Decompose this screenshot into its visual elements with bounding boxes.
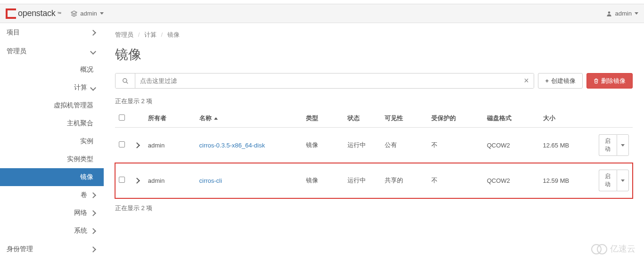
cell-format: QCOW2 [483,128,539,163]
cell-protected: 不 [428,163,483,198]
caret-down-icon [621,179,625,182]
sidebar-label: 管理员 [7,47,26,56]
sidebar-item-identity[interactable]: 身份管理 [0,240,104,259]
search-button[interactable] [116,73,135,88]
breadcrumb-sep: / [161,31,163,38]
table-header-row: 所有者 名称 类型 状态 可见性 受保护的 磁盘格式 大小 [115,109,633,128]
col-size[interactable]: 大小 [539,109,595,128]
launch-button[interactable]: 启动 [599,170,617,191]
sidebar-label: 卷 [81,191,87,199]
sidebar-item-overview[interactable]: 概况 [0,61,104,79]
caret-down-icon [635,12,638,15]
button-label: 删除镜像 [601,77,626,85]
sidebar-item-compute[interactable]: 计算 [0,79,104,97]
cell-size: 12.65 MB [539,128,595,163]
button-label: 创建镜像 [551,77,576,85]
layers-icon [71,10,77,17]
breadcrumb-seg[interactable]: 管理员 [115,31,133,38]
svg-point-2 [123,78,126,82]
cell-format: QCOW2 [483,163,539,198]
sidebar-label: 网络 [74,209,87,217]
breadcrumb-sep: / [138,31,140,38]
url-strip [0,0,644,4]
sidebar-item-images[interactable]: 镜像 [0,168,104,186]
chevron-right-icon [91,245,95,253]
col-owner[interactable]: 所有者 [144,109,196,128]
sidebar-item-admin[interactable]: 管理员 [0,42,104,61]
logo-text: openstack [18,8,55,18]
user-icon [606,10,612,17]
svg-line-3 [126,82,128,83]
sort-asc-icon [214,117,218,120]
create-image-button[interactable]: 创建镜像 [538,73,583,89]
toolbar: × 创建镜像 删除镜像 [104,73,644,97]
sidebar-item-network[interactable]: 网络 [0,204,104,222]
plus-icon [545,77,549,84]
sidebar-item-volume[interactable]: 卷 [0,186,104,204]
sidebar-item-instances[interactable]: 实例 [0,132,104,150]
row-actions: 启动 [599,134,629,156]
col-name-label: 名称 [199,114,212,122]
project-selector[interactable]: admin [71,10,103,17]
project-name: admin [80,10,97,17]
sidebar: 项目 管理员 概况 计算 虚拟机管理器 主机聚合 实例 实例类型 镜像 卷 网络… [0,23,104,259]
table-row: admin cirros-0.3.5-x86_64-disk 镜像 运行中 公有… [115,128,633,163]
logo-trademark: ™ [57,11,61,16]
caret-down-icon [100,12,104,15]
launch-button[interactable]: 启动 [599,134,617,156]
row-checkbox[interactable] [119,177,125,183]
cell-owner: admin [144,128,196,163]
sidebar-item-flavors[interactable]: 实例类型 [0,150,104,168]
launch-dropdown[interactable] [617,134,629,156]
breadcrumb-current: 镜像 [167,31,180,38]
sidebar-label: 计算 [74,83,87,92]
row-checkbox[interactable] [119,141,125,147]
main-panel: 管理员 / 计算 / 镜像 镜像 × 创建镜像 [104,23,644,259]
cell-visibility: 共享的 [381,163,427,198]
images-table: 所有者 名称 类型 状态 可见性 受保护的 磁盘格式 大小 [115,109,633,198]
chevron-down-icon [91,84,95,91]
cell-protected: 不 [428,128,483,163]
expand-row-button[interactable] [135,177,139,184]
image-link[interactable]: cirros-cli [199,177,222,184]
sidebar-item-host-aggregates[interactable]: 主机聚合 [0,114,104,132]
chevron-down-icon [91,48,95,55]
sidebar-item-hypervisors[interactable]: 虚拟机管理器 [0,97,104,114]
col-visibility[interactable]: 可见性 [381,109,427,128]
col-name[interactable]: 名称 [196,109,302,128]
caret-down-icon [621,144,625,147]
expand-row-button[interactable] [135,142,139,149]
row-actions: 启动 [599,170,629,191]
cell-type: 镜像 [302,163,344,198]
col-protected[interactable]: 受保护的 [428,109,483,128]
chevron-right-icon [91,191,95,199]
trash-icon [594,78,599,84]
search-box: × [115,73,534,89]
chevron-right-icon [91,29,95,36]
topbar: openstack™ admin admin [0,4,644,23]
svg-point-1 [608,11,610,14]
search-clear-button[interactable]: × [519,73,534,88]
breadcrumb-seg[interactable]: 计算 [144,31,157,38]
user-name: admin [615,10,632,17]
table-row: admin cirros-cli 镜像 运行中 共享的 不 QCOW2 12.5… [115,163,633,198]
count-text-bottom: 正在显示 2 项 [104,198,644,218]
cell-type: 镜像 [302,128,344,163]
launch-dropdown[interactable] [617,170,629,191]
count-text-top: 正在显示 2 项 [104,97,644,109]
col-status[interactable]: 状态 [344,109,381,128]
sidebar-label: 项目 [7,28,20,37]
image-link[interactable]: cirros-0.3.5-x86_64-disk [199,142,265,149]
breadcrumb: 管理员 / 计算 / 镜像 [104,23,644,39]
sidebar-item-system[interactable]: 系统 [0,222,104,240]
delete-image-button[interactable]: 删除镜像 [586,73,633,89]
sidebar-label: 系统 [74,227,87,235]
user-menu[interactable]: admin [606,10,638,17]
search-input[interactable] [135,73,519,88]
sidebar-item-project[interactable]: 项目 [0,23,104,42]
cell-owner: admin [144,163,196,198]
select-all-checkbox[interactable] [119,114,125,121]
col-format[interactable]: 磁盘格式 [483,109,539,128]
col-type[interactable]: 类型 [302,109,344,128]
page-title: 镜像 [104,39,644,73]
